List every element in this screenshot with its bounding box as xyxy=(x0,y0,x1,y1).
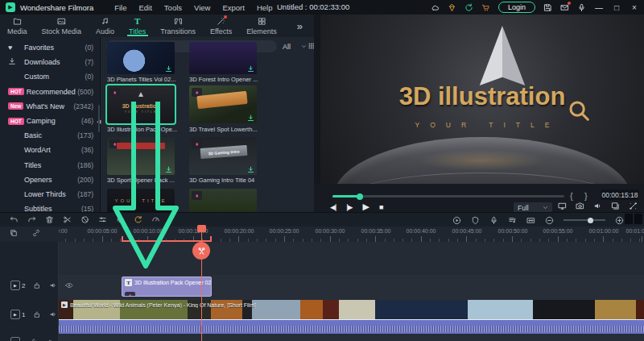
menu-view[interactable]: View xyxy=(194,3,210,12)
library-item-thumbnail[interactable]: ♦ xyxy=(189,85,257,123)
refresh-icon[interactable] xyxy=(464,3,473,12)
download-icon[interactable] xyxy=(247,166,254,173)
menu-file[interactable]: File xyxy=(114,3,126,12)
cloud-icon[interactable] xyxy=(431,3,440,12)
library-item-thumbnail[interactable] xyxy=(107,42,175,74)
audio-mixer-button[interactable] xyxy=(508,216,517,225)
tab-transitions[interactable]: Transitions xyxy=(153,15,203,37)
mail-icon[interactable] xyxy=(560,3,569,12)
library-item-thumbnail[interactable]: ♦ 3D Gaming Intro xyxy=(189,137,257,175)
download-icon[interactable] xyxy=(165,65,172,73)
crop-button[interactable] xyxy=(80,215,89,224)
next-frame-button[interactable]: |▶ xyxy=(346,203,352,211)
lock-icon[interactable] xyxy=(30,338,38,341)
duplicate-button[interactable] xyxy=(10,229,18,237)
menu-export[interactable]: Export xyxy=(222,3,244,12)
video-clip[interactable]: ▶ Beautiful World - Wild Animals (Peter … xyxy=(59,300,644,334)
playhead-handle[interactable] xyxy=(197,225,206,232)
library-item-thumbnail[interactable]: YOUR TITLE xyxy=(107,189,175,212)
stop-button[interactable]: ■ xyxy=(379,203,382,211)
seek-bar[interactable] xyxy=(332,195,564,198)
snapshot-icon[interactable] xyxy=(576,202,584,210)
sidebar-item-lower-thirds[interactable]: Lower Thirds (187) xyxy=(0,187,100,202)
library-item-thumbnail[interactable] xyxy=(189,42,257,74)
save-icon[interactable] xyxy=(543,3,552,12)
volume-icon[interactable] xyxy=(593,202,602,210)
filter-dropdown[interactable]: All xyxy=(281,40,308,52)
download-icon[interactable] xyxy=(247,65,254,73)
lock-icon[interactable] xyxy=(33,281,41,289)
delete-button[interactable] xyxy=(45,215,54,224)
sidebar-item-wordart[interactable]: WordArt (36) xyxy=(0,143,100,157)
sidebar-item-openers[interactable]: Openers (200) xyxy=(0,173,100,187)
grid-view-icon[interactable] xyxy=(308,42,314,50)
library-item-thumbnail[interactable]: ♦ xyxy=(189,189,257,212)
fit-timeline-button[interactable] xyxy=(526,216,535,225)
mute-speaker-icon[interactable] xyxy=(49,281,57,289)
menu-help[interactable]: Help xyxy=(257,3,273,12)
lock-icon[interactable] xyxy=(33,310,41,318)
library-item-thumbnail[interactable]: ♦ xyxy=(107,137,175,175)
adjust-sliders-button[interactable] xyxy=(98,215,107,224)
tab-elements[interactable]: Elements xyxy=(239,15,284,37)
login-button[interactable]: Login xyxy=(498,2,535,13)
track-play-icon[interactable]: ▶ xyxy=(10,281,20,290)
sidebar-item-recommended[interactable]: HOT Recommended (500) xyxy=(0,85,100,99)
play-button[interactable]: ▶ xyxy=(363,202,369,212)
tab-effects[interactable]: Effects xyxy=(203,15,239,37)
zoom-in-button[interactable] xyxy=(615,216,624,225)
close-button[interactable]: × xyxy=(630,3,639,12)
gem-upgrade-icon[interactable] xyxy=(448,3,456,12)
sidebar-item-favorites[interactable]: ♥ Favorites (0) xyxy=(0,40,100,55)
track-3-lane[interactable] xyxy=(59,335,644,341)
sidebar-item-custom[interactable]: Custom (0) xyxy=(0,69,100,84)
display-device-icon[interactable] xyxy=(558,202,567,210)
link-clips-button[interactable] xyxy=(32,229,40,237)
download-icon[interactable] xyxy=(247,114,254,122)
title-clip[interactable]: T 3D Illustration Pack Opener 02 ♦ xyxy=(122,277,212,297)
sidebar-item-camping[interactable]: HOT Camping (46) xyxy=(0,114,100,128)
render-preview-button[interactable] xyxy=(134,215,142,224)
mute-speaker-icon[interactable] xyxy=(46,338,54,341)
sidebar-item-titles[interactable]: Titles (186) xyxy=(0,158,100,173)
mute-speaker-icon[interactable] xyxy=(49,310,57,318)
playhead-split-scissors-button[interactable] xyxy=(192,242,210,260)
zoom-slider-handle[interactable] xyxy=(588,218,593,223)
track-play-icon[interactable]: ▶ xyxy=(10,337,20,341)
screen-record-button[interactable] xyxy=(452,216,461,225)
more-tabs-chevrons[interactable]: » xyxy=(297,20,303,32)
sidebar-item-whats-new[interactable]: New What's New (2342) xyxy=(0,99,100,114)
split-scissors-button[interactable] xyxy=(63,215,72,224)
eye-visibility-icon[interactable] xyxy=(65,281,73,289)
sidebar-item-downloads[interactable]: Downloads (7) xyxy=(0,55,100,69)
menu-edit[interactable]: Edit xyxy=(138,3,151,12)
library-item-thumbnail-selected[interactable]: ♦ ▲ 3D illustration YOUR TITLE xyxy=(107,85,175,123)
tab-stock-media[interactable]: Stock Media xyxy=(35,15,89,37)
speed-button[interactable] xyxy=(151,215,160,224)
tab-audio[interactable]: Audio xyxy=(89,15,122,37)
timeline-zoom-slider[interactable] xyxy=(564,219,605,221)
timeline-ruler[interactable]: 00:00:00 00:00:05:00 00:00:10:00 00:00:1… xyxy=(59,227,644,242)
voiceover-top-icon[interactable] xyxy=(577,3,586,12)
maximize-button[interactable]: □ xyxy=(612,3,621,12)
menu-tools[interactable]: Tools xyxy=(164,3,182,12)
zoom-out-button[interactable] xyxy=(545,216,554,225)
mark-out-brace[interactable]: } xyxy=(584,191,588,201)
redo-button[interactable] xyxy=(27,215,36,224)
shortcut-icon[interactable] xyxy=(629,202,638,210)
preview-stage[interactable]: 3D illustration YOUR TITLE xyxy=(320,15,644,184)
sidebar-scrollbar[interactable] xyxy=(98,105,100,132)
undo-button[interactable] xyxy=(10,215,19,224)
sidebar-item-basic[interactable]: Basic (173) xyxy=(0,128,100,143)
voiceover-button[interactable] xyxy=(489,216,498,225)
layout-icon[interactable] xyxy=(611,202,620,210)
track-play-icon[interactable]: ▶ xyxy=(10,310,20,319)
detach-audio-button[interactable] xyxy=(116,215,125,224)
download-icon[interactable] xyxy=(165,166,172,173)
minimize-button[interactable]: — xyxy=(594,3,604,12)
mark-in-brace[interactable]: { xyxy=(570,191,573,201)
cart-icon[interactable] xyxy=(481,3,490,12)
marker-button[interactable] xyxy=(471,216,480,225)
previous-frame-button[interactable]: ◀| xyxy=(330,203,336,211)
tab-media[interactable]: Media xyxy=(0,15,35,37)
